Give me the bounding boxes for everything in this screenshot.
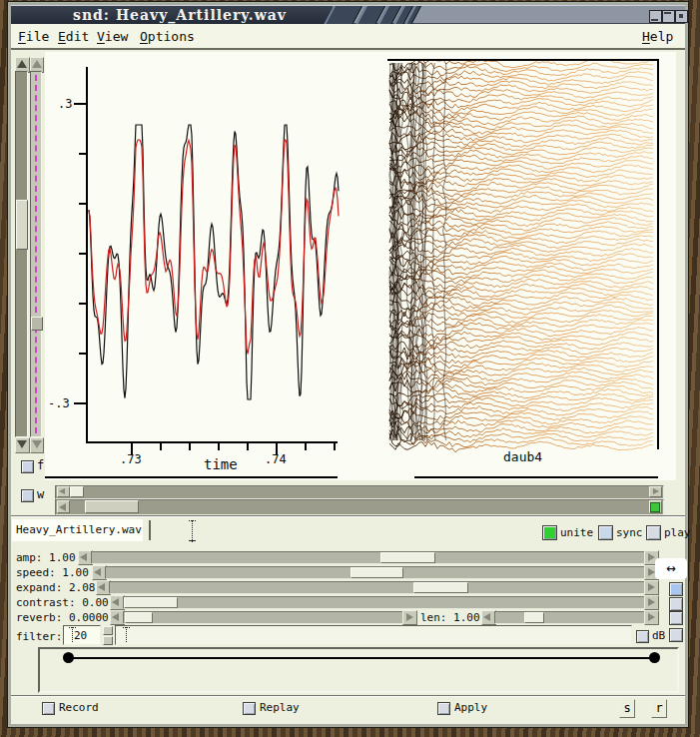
envelope-node-right[interactable] [649, 652, 660, 663]
filename-field[interactable]: Heavy_Artillery.wav [12, 519, 143, 541]
x-position-thumb[interactable] [85, 500, 139, 513]
x-zoom-thumb[interactable] [70, 486, 84, 497]
time-domain-graph[interactable] [45, 52, 345, 479]
menubar: File Edit View Options Help [11, 24, 685, 50]
y-pos-down-button[interactable] [30, 437, 44, 453]
filename-text: Heavy_Artillery.wav [16, 523, 142, 536]
y-zoom-down-button[interactable] [15, 437, 30, 453]
filter-db-label: dB [652, 629, 665, 642]
play-toggle[interactable] [646, 525, 661, 540]
envelope-node-left[interactable] [63, 652, 74, 663]
reverb-len-slider[interactable] [494, 611, 646, 624]
contrast-right-arrow[interactable] [644, 595, 659, 610]
mouse-cursor: ↔ [655, 558, 687, 579]
expand-right-arrow[interactable] [644, 580, 659, 595]
menu-edit-mnemonic: E [58, 29, 66, 44]
save-controls-button[interactable]: s [619, 699, 635, 718]
wave-toggle-label: w [37, 487, 44, 501]
expand-label: expand: 2.08 [16, 581, 95, 594]
y-zoom-dashed-line [35, 75, 37, 433]
menu-help-mnemonic: H [642, 29, 650, 44]
expand-enable-toggle[interactable] [669, 582, 683, 596]
record-toggle[interactable] [42, 702, 55, 715]
y-axis-bottom-label: -.3 [48, 396, 70, 410]
menu-options-rest: ptions [148, 29, 195, 44]
x-zoom-left-arrow[interactable] [57, 486, 70, 497]
menu-view[interactable]: View [97, 29, 128, 44]
sync-toggle[interactable] [598, 525, 613, 540]
wave-toggle[interactable] [21, 489, 34, 502]
reverb-len-right-arrow[interactable] [644, 610, 659, 625]
reverb-right-arrow[interactable] [402, 610, 417, 625]
text-cursor-icon [188, 520, 197, 542]
menu-help[interactable]: Help [642, 29, 673, 44]
filter-envelope-editor[interactable] [38, 647, 679, 693]
speed-thumb[interactable] [350, 567, 403, 578]
contrast-label: contrast: 0.00 [16, 596, 109, 609]
speed-slider[interactable] [105, 566, 646, 579]
amp-thumb[interactable] [380, 552, 435, 563]
restore-controls-button[interactable]: r [651, 699, 667, 718]
y-zoom-strip[interactable] [30, 71, 42, 437]
y-zoom-thumb[interactable] [31, 317, 43, 331]
minimize-button[interactable] [649, 10, 662, 23]
filter-db-toggle[interactable] [636, 630, 649, 643]
expand-thumb[interactable] [413, 582, 468, 593]
x-tick-label-73: .73 [120, 452, 142, 466]
name-separator [149, 520, 151, 540]
amp-label: amp: 1.00 [16, 551, 76, 564]
window-title: snd: Heavy_Artillery.wav [73, 7, 287, 23]
play-label: play [664, 526, 691, 539]
x-zoom-right-arrow[interactable] [649, 486, 662, 497]
apply-label: Apply [454, 701, 487, 714]
record-label: Record [59, 701, 99, 714]
minibuffer[interactable] [160, 518, 489, 543]
reverb-len-thumb[interactable] [524, 612, 544, 623]
replay-toggle[interactable] [243, 702, 256, 715]
contrast-enable-toggle[interactable] [669, 597, 683, 611]
menu-options-mnemonic: O [140, 29, 148, 44]
x-tick-label-74: .74 [265, 452, 287, 466]
amp-slider[interactable] [91, 551, 646, 564]
filter-order-down-spinner[interactable] [103, 636, 113, 645]
x-zoom-scrollbar[interactable] [55, 485, 664, 499]
filter-order-field[interactable]: 20 [63, 625, 101, 645]
reverb-label: reverb: 0.0000 [16, 611, 109, 624]
menu-file[interactable]: File [18, 29, 49, 44]
x-position-left-arrow[interactable] [57, 500, 70, 513]
x-axis-label: time [204, 456, 238, 472]
filter-order-cursor-icon [68, 627, 77, 642]
y-axis-top-label: .3 [58, 97, 72, 111]
menu-options[interactable]: Options [140, 29, 195, 44]
transform-label: daub4 [503, 449, 542, 464]
menu-edit-rest: dit [66, 29, 89, 44]
apply-toggle[interactable] [437, 702, 450, 715]
unite-toggle[interactable] [542, 525, 557, 540]
filter-order-up-spinner[interactable] [103, 626, 113, 635]
filter-envelope-cursor-icon [122, 627, 131, 642]
desktop: { "window": { "title": "snd: Heavy_Artil… [0, 0, 700, 737]
contrast-thumb[interactable] [124, 597, 178, 608]
menu-file-rest: ile [26, 29, 49, 44]
reverb-slider[interactable] [123, 611, 404, 624]
replay-label: Replay [260, 701, 300, 714]
reverb-thumb[interactable] [125, 612, 153, 623]
filter-envelope-field[interactable] [115, 625, 632, 645]
menu-edit[interactable]: Edit [58, 29, 89, 44]
filter-enable-toggle[interactable] [669, 628, 683, 642]
wavelet-transform-graph[interactable] [384, 55, 664, 479]
fft-toggle-label: f [37, 458, 44, 472]
fft-toggle[interactable] [21, 460, 34, 473]
speed-label: speed: 1.00 [16, 566, 89, 579]
y-scrollbar-trough[interactable] [15, 71, 28, 437]
contrast-slider[interactable] [123, 596, 646, 609]
maximize-button[interactable] [675, 10, 688, 23]
titlebar[interactable]: snd: Heavy_Artillery.wav [11, 5, 685, 24]
reverb-enable-toggle[interactable] [669, 611, 683, 625]
progress-indicator [650, 502, 660, 512]
envelope-line [68, 657, 655, 659]
expand-slider[interactable] [109, 581, 646, 594]
restore-button-window[interactable] [662, 10, 675, 23]
x-position-scrollbar[interactable] [55, 499, 664, 515]
y-scrollbar-thumb[interactable] [16, 200, 28, 250]
